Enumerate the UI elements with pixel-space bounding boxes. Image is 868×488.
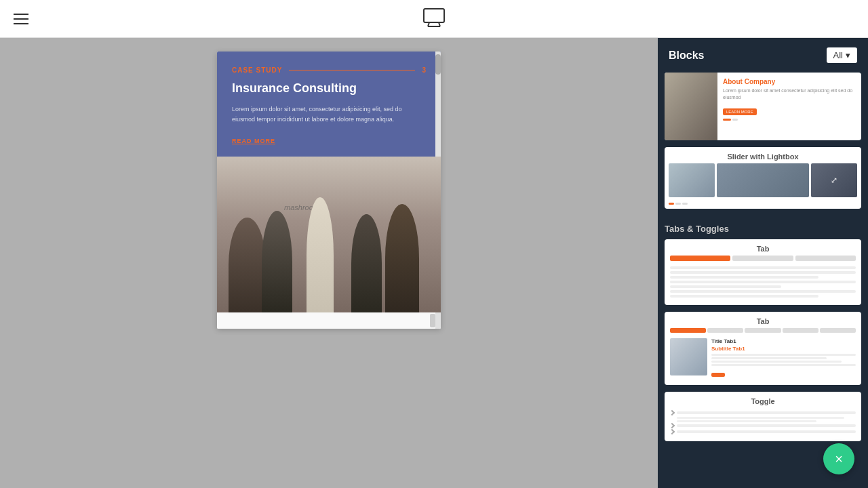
block-card-tab-1[interactable]: Tab [665, 239, 861, 305]
header-center [422, 5, 446, 33]
about-company-dots [723, 119, 856, 121]
tab-line-3 [670, 276, 818, 279]
tab-line-2 [670, 271, 856, 274]
close-icon: × [835, 452, 843, 466]
tab-line-7 [670, 295, 818, 298]
case-study-section: CASE STUDY 3 Insurance Consulting Lorem … [217, 52, 441, 157]
close-button[interactable]: × [823, 443, 854, 474]
toggle-content-2 [677, 420, 816, 422]
tab-1-content [665, 264, 861, 305]
tab-2-title: Tab [665, 312, 861, 328]
case-study-label-text: CASE STUDY [232, 66, 282, 74]
toggle-arrow-icon-3 [669, 429, 675, 434]
case-study-body: Lorem ipsum dolor sit amet, consectetur … [232, 104, 426, 124]
toggle-row-1 [670, 411, 856, 415]
slider-image-3: ⤢ [811, 163, 857, 197]
dot-2 [732, 119, 738, 121]
about-company-button[interactable]: LEARN MORE [723, 108, 757, 115]
menu-button[interactable] [14, 14, 28, 24]
toggle-title: Toggle [665, 392, 861, 408]
tab2-line-4 [711, 364, 856, 366]
tab2-item-title: Title Tab1 [711, 338, 856, 344]
toggle-content-1 [677, 417, 844, 419]
case-study-number: 3 [422, 66, 426, 74]
slider-image-2 [717, 163, 809, 197]
slider-dot-active [669, 203, 674, 205]
tab-line-6 [670, 290, 856, 293]
monitor-icon [422, 5, 446, 33]
tab-1-title: Tab [665, 239, 861, 256]
tab-1-bar [665, 256, 861, 264]
tab-2-bar [665, 328, 861, 336]
people-scene: mashroom5 [217, 157, 441, 312]
about-company-title: About Company [723, 78, 856, 85]
toggle-arrow-icon [669, 410, 675, 415]
tab-1-item-1 [670, 256, 730, 261]
case-study-image: mashroom5 [217, 157, 441, 312]
toggle-line-3 [677, 430, 856, 433]
block-card-tab-2[interactable]: Tab Title Tab1 Subtitle Tab1 [665, 312, 861, 385]
tab2-item-subtitle: Subtitle Tab1 [711, 346, 856, 352]
preview-scrollbar-thumb [435, 54, 441, 75]
toggle-line-2 [677, 424, 856, 427]
case-study-divider [289, 70, 415, 70]
tab2-line-3 [711, 361, 842, 363]
right-sidebar: Blocks All ▾ About Company Lorem ipsum d… [658, 38, 868, 488]
slider-dot-2 [682, 203, 688, 205]
slider-block-title: Slider with Lightbox [665, 147, 861, 163]
about-company-image [665, 73, 717, 140]
tab-line-1 [670, 266, 856, 269]
canvas-area: CASE STUDY 3 Insurance Consulting Lorem … [0, 38, 658, 488]
tab-line-5 [670, 285, 781, 288]
tab-1-item-3 [795, 256, 856, 261]
svg-rect-0 [424, 9, 444, 22]
case-study-label-row: CASE STUDY 3 [232, 66, 426, 74]
tab2-text-block: Title Tab1 Subtitle Tab1 [711, 338, 856, 380]
tab2-image [670, 338, 707, 375]
main-layout: CASE STUDY 3 Insurance Consulting Lorem … [0, 38, 868, 488]
dropdown-arrow-icon: ▾ [846, 50, 850, 60]
tab-2-content: Title Tab1 Subtitle Tab1 [665, 336, 861, 385]
tab2-item-4 [783, 328, 818, 333]
tab-1-item-2 [732, 256, 793, 261]
toggle-arrow-icon-2 [669, 423, 675, 428]
toggle-row-3 [670, 430, 856, 434]
toggle-lines [665, 408, 861, 441]
about-company-text: Lorem ipsum dolor sit amet consectetur a… [723, 87, 856, 101]
header [0, 0, 868, 38]
slider-dots [665, 203, 861, 209]
tab2-item-1 [670, 328, 706, 333]
tab2-line-1 [711, 354, 856, 356]
toggle-row-2 [670, 424, 856, 428]
sidebar-content[interactable]: About Company Lorem ipsum dolor sit amet… [658, 73, 868, 488]
read-more-link[interactable]: READ MORE [232, 138, 275, 144]
tab2-button [711, 373, 725, 377]
expand-icon: ⤢ [831, 176, 837, 185]
sidebar-header: Blocks All ▾ [658, 38, 868, 73]
slider-dot-1 [675, 203, 681, 205]
preview-bottom-scroll [430, 314, 435, 327]
tab2-item-5 [820, 328, 856, 333]
case-study-title: Insurance Consulting [232, 81, 426, 96]
block-card-slider-lightbox[interactable]: Slider with Lightbox ⤢ [665, 147, 861, 209]
slider-image-1 [669, 163, 715, 197]
tab2-item-3 [745, 328, 781, 333]
tab2-line-2 [711, 357, 827, 359]
preview-bottom-bar [217, 312, 441, 329]
about-company-layout: About Company Lorem ipsum dolor sit amet… [665, 73, 861, 140]
block-card-toggle[interactable]: Toggle [665, 392, 861, 441]
tab2-item-2 [707, 328, 743, 333]
dot-1 [723, 119, 731, 121]
about-company-content: About Company Lorem ipsum dolor sit amet… [717, 73, 861, 140]
toggle-line-1 [677, 411, 856, 414]
tab-line-4 [670, 281, 856, 283]
block-card-about-company[interactable]: About Company Lorem ipsum dolor sit amet… [665, 73, 861, 140]
slider-images-row: ⤢ [665, 163, 861, 203]
all-dropdown-button[interactable]: All ▾ [827, 47, 857, 63]
page-preview: CASE STUDY 3 Insurance Consulting Lorem … [217, 52, 441, 329]
sidebar-title: Blocks [669, 49, 704, 62]
tabs-toggles-section-header: Tabs & Toggles [665, 216, 861, 239]
